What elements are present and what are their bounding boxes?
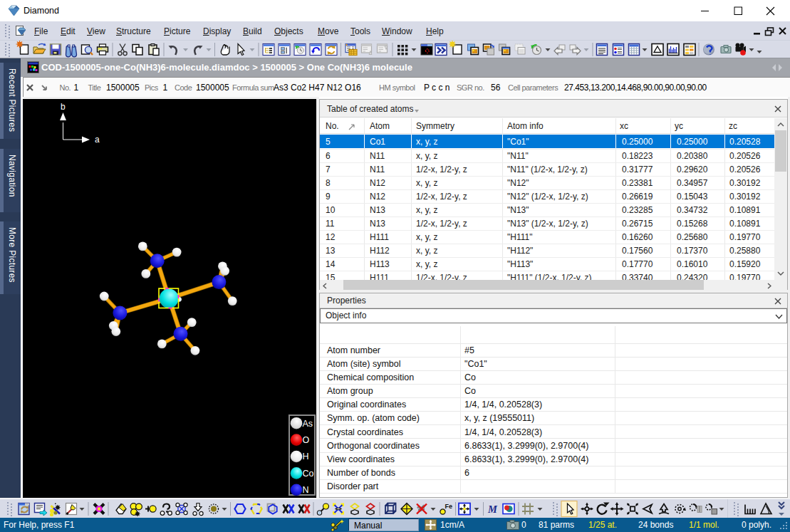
svg-text:a: a: [95, 135, 100, 145]
svg-text:N: N: [303, 485, 309, 495]
svg-text:M: M: [487, 504, 498, 515]
svg-text:b: b: [61, 102, 66, 112]
svg-text:H: H: [303, 452, 309, 461]
svg-text:O: O: [303, 435, 310, 445]
svg-text:Fe: Fe: [445, 503, 453, 510]
svg-text:As: As: [303, 419, 313, 429]
svg-text:Co: Co: [303, 469, 314, 479]
